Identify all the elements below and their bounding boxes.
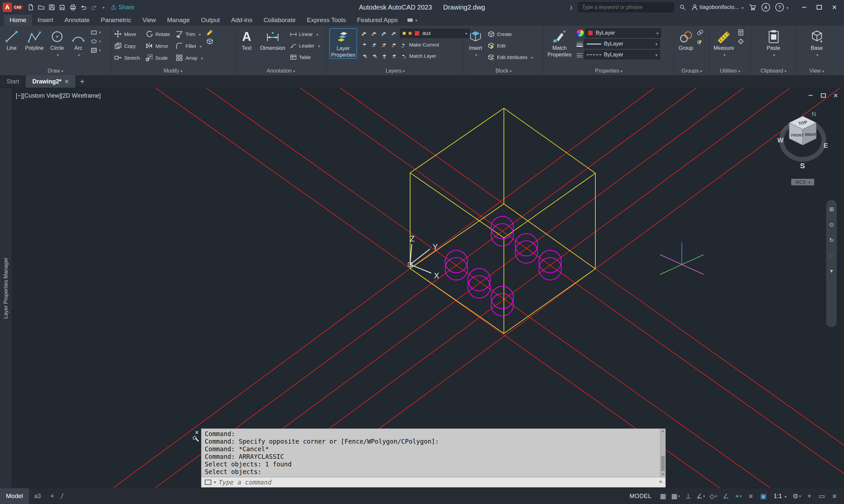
ribbon-display-toggle[interactable]: [403, 15, 421, 26]
measure-caret[interactable]: [722, 52, 725, 58]
viewport-close-icon[interactable]: [833, 92, 839, 98]
object-snap-tracking-icon[interactable]: ∠: [720, 490, 731, 502]
save-as-icon[interactable]: [59, 4, 66, 11]
fillet-caret[interactable]: [198, 43, 202, 49]
tab-parametric[interactable]: Parametric: [95, 15, 137, 26]
snap-mode-icon[interactable]: ▦▾: [670, 490, 681, 502]
viewport-restore-icon[interactable]: [820, 92, 826, 98]
edit-attributes-caret[interactable]: [530, 54, 533, 60]
command-expand-icon[interactable]: ^: [659, 480, 662, 485]
layer-lock-icon[interactable]: [390, 30, 398, 36]
share-button[interactable]: Share: [110, 4, 134, 11]
search-expand-caret[interactable]: ❯: [569, 5, 573, 10]
tab-manage[interactable]: Manage: [161, 15, 195, 26]
panel-label-modify[interactable]: Modify: [111, 66, 235, 75]
layer-walk-icon[interactable]: [370, 41, 378, 48]
mirror-tool[interactable]: Mirror: [145, 40, 170, 52]
navigation-bar[interactable]: ⊞⊙↻◌▾: [826, 200, 837, 327]
tab-add-ins[interactable]: Add-ins: [225, 15, 258, 26]
isometric-drafting-icon[interactable]: ◇▾: [708, 490, 719, 502]
help-menu[interactable]: ?: [775, 3, 789, 12]
layer-properties-button[interactable]: Layer Properties: [329, 29, 357, 59]
tab-featured-apps[interactable]: Featured Apps: [351, 15, 403, 26]
command-close-icon[interactable]: [195, 430, 199, 434]
navbar-icon[interactable]: ▾: [828, 268, 835, 274]
annotation-monitor-icon[interactable]: +: [804, 490, 815, 502]
viewcube-front-face[interactable]: FRONT: [791, 133, 804, 137]
view-cube[interactable]: W N E S TOP FRONT RIGHT WCS: [775, 106, 831, 185]
group-edit-icon[interactable]: [697, 38, 704, 45]
model-space-tab[interactable]: Model: [0, 488, 29, 504]
layer-properties-palette-tab[interactable]: Layer Properties Manager: [0, 88, 12, 488]
layer-lock-fade-icon[interactable]: [360, 53, 368, 59]
command-history[interactable]: Command:Command: Specify opposite corner…: [201, 429, 666, 477]
command-input-bar[interactable]: ▾ Type a command ^: [201, 477, 666, 487]
layer-merge-icon[interactable]: [380, 41, 388, 48]
array-tool[interactable]: Array: [175, 52, 203, 63]
layer-prev-icon[interactable]: [380, 53, 388, 59]
edit-attributes-tool[interactable]: Edit Attributes: [488, 52, 533, 63]
undo-icon[interactable]: [80, 4, 87, 11]
array-caret[interactable]: [200, 55, 203, 61]
panel-label-view[interactable]: View: [796, 66, 837, 75]
erase-pencil-icon[interactable]: [206, 29, 213, 36]
model-space-indicator[interactable]: MODEL: [630, 493, 652, 500]
layer-dropdown[interactable]: aux: [400, 29, 470, 38]
line-tool[interactable]: Line: [3, 29, 20, 52]
app-store-cart-icon[interactable]: [749, 4, 756, 11]
panel-label-utilities[interactable]: Utilities: [710, 66, 751, 75]
wcs-dropdown[interactable]: WCS: [791, 179, 815, 185]
panel-label-annotation[interactable]: Annotation: [235, 66, 327, 75]
open-folder-icon[interactable]: [38, 4, 45, 11]
view-cube-graphic[interactable]: W N E S TOP FRONT RIGHT: [775, 106, 831, 176]
circle-tool[interactable]: Circle: [48, 29, 66, 59]
tab-express-tools[interactable]: Express Tools: [301, 15, 351, 26]
autocad-logo[interactable]: A: [3, 3, 12, 12]
linear-caret[interactable]: [315, 31, 318, 37]
viewport-controls-label[interactable]: [−][Custom View][2D Wireframe]: [16, 92, 101, 99]
layer-off-icon[interactable]: [360, 30, 368, 36]
autodesk-assistant-icon[interactable]: A: [761, 3, 770, 12]
command-options-icon[interactable]: [205, 480, 211, 485]
new-file-icon[interactable]: [28, 4, 34, 11]
navbar-icon[interactable]: ⊙: [828, 221, 835, 228]
layer-delete-icon[interactable]: [390, 41, 398, 48]
tab-view[interactable]: View: [137, 15, 161, 26]
command-window[interactable]: Command:Command: Specify opposite corner…: [192, 429, 666, 487]
command-options-caret[interactable]: ▾: [214, 480, 216, 485]
trim-caret[interactable]: [197, 31, 201, 37]
navbar-icon[interactable]: ◌: [828, 252, 835, 259]
insert-block-tool[interactable]: Insert: [467, 29, 484, 59]
object-color-dropdown[interactable]: ByLayer: [585, 29, 661, 38]
viewport-minimize-icon[interactable]: [808, 92, 814, 98]
hatch-tool-icon[interactable]: [90, 47, 98, 54]
compass-south[interactable]: S: [800, 162, 805, 170]
linetype-icon[interactable]: [576, 52, 583, 58]
signed-in-user[interactable]: tiagobonifacio...: [691, 4, 744, 11]
text-tool[interactable]: A Text: [238, 29, 256, 52]
navbar-icon[interactable]: ↻: [828, 237, 835, 244]
paste-tool[interactable]: Paste: [765, 29, 782, 59]
trim-tool[interactable]: Trim: [175, 29, 203, 40]
edit-block-tool[interactable]: Edit: [488, 40, 533, 51]
copy-tool[interactable]: Copy: [114, 40, 140, 52]
lineweight-dropdown[interactable]: ByLayer: [584, 39, 660, 49]
command-history-scrollbar[interactable]: ▲ ▼: [660, 429, 665, 477]
redo-icon[interactable]: [91, 4, 98, 11]
selection-cycling-icon[interactable]: ▣: [758, 490, 769, 502]
dimension-tool[interactable]: Dimension: [259, 29, 287, 52]
save-icon[interactable]: [49, 4, 55, 11]
close-button[interactable]: [827, 0, 842, 15]
panel-label-draw[interactable]: Draw: [0, 66, 111, 75]
table-tool[interactable]: Table: [290, 52, 320, 63]
linear-dimension-tool[interactable]: Linear: [290, 29, 320, 40]
match-layer-button[interactable]: Match Layer: [400, 50, 436, 61]
arc-split-caret[interactable]: [76, 52, 80, 58]
insert-caret[interactable]: [474, 52, 477, 58]
layer-unlock-icon[interactable]: [370, 53, 378, 59]
new-layout-button[interactable]: +: [46, 492, 58, 500]
layer-match-icon[interactable]: [390, 53, 398, 59]
ellipse-tool-icon[interactable]: [90, 38, 98, 45]
new-drawing-tab-button[interactable]: +: [75, 75, 89, 88]
group-tool[interactable]: Group: [677, 29, 695, 52]
